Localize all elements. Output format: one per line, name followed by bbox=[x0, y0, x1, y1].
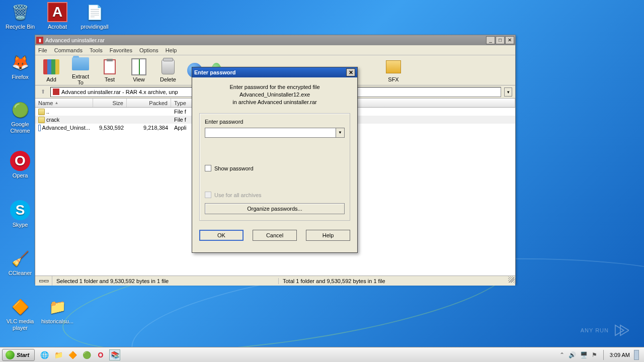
system-tray: ⌃ 🔊 🖥️ ⚑ 3:09 AM bbox=[559, 350, 642, 360]
dialog-close-button[interactable]: ✕ bbox=[346, 68, 355, 76]
book-icon bbox=[130, 58, 147, 75]
password-label: Enter password bbox=[205, 119, 345, 125]
winrar-icon: ▮ bbox=[36, 37, 43, 44]
desktop-icon-recycle-bin[interactable]: 🗑️Recycle Bin bbox=[2, 2, 38, 30]
toolbar-extract-to-button[interactable]: Extract To bbox=[68, 55, 93, 85]
desktop-icon-opera[interactable]: OOpera bbox=[2, 151, 38, 179]
address-dropdown[interactable]: ▾ bbox=[504, 87, 512, 97]
menu-commands[interactable]: Commands bbox=[54, 47, 83, 53]
status-bar: ▭▭ Selected 1 folder and 9,530,592 bytes… bbox=[35, 276, 515, 286]
dialog-title: Enter password bbox=[194, 69, 346, 75]
toolbar-view-button[interactable]: View bbox=[127, 58, 151, 82]
taskbar-clock[interactable]: 3:09 AM bbox=[610, 352, 630, 358]
desktop-icon-ccleaner[interactable]: 🧹CCleaner bbox=[2, 248, 38, 277]
status-total: Total 1 folder and 9,530,592 bytes in 1 … bbox=[279, 278, 515, 284]
toolbar-delete-button[interactable]: Delete bbox=[156, 58, 180, 82]
toolbar-test-button[interactable]: Test bbox=[98, 58, 122, 82]
maximize-button[interactable]: □ bbox=[496, 36, 505, 44]
menu-tools[interactable]: Tools bbox=[90, 47, 103, 53]
dialog-message: Enter password for the encrypted file Ad… bbox=[192, 77, 357, 110]
password-input[interactable] bbox=[205, 128, 336, 138]
start-button[interactable]: Start bbox=[2, 349, 35, 361]
books-icon bbox=[43, 58, 60, 75]
menu-file[interactable]: File bbox=[38, 47, 47, 53]
address-text: Advanced uninstaller.rar - RAR 4.x archi… bbox=[61, 89, 178, 95]
taskbar-opera-icon[interactable]: O bbox=[95, 349, 106, 360]
col-name[interactable]: Name ▲ bbox=[35, 99, 93, 107]
taskbar: Start 🌐 📁 🔶 🟢 O 📚 ⌃ 🔊 🖥️ ⚑ 3:09 AM bbox=[0, 347, 644, 362]
winrar-titlebar[interactable]: ▮ Advanced uninstaller.rar _ □ ✕ bbox=[35, 35, 515, 45]
menu-options[interactable]: Options bbox=[139, 47, 158, 53]
taskbar-explorer-icon[interactable]: 📁 bbox=[53, 349, 64, 360]
tray-flag-icon[interactable]: ⚑ bbox=[592, 351, 597, 358]
tray-network-icon[interactable]: 🖥️ bbox=[580, 351, 588, 358]
desktop-icon-google-chrome[interactable]: 🟢Google Chrome bbox=[2, 100, 38, 134]
up-button[interactable]: ⬆ bbox=[38, 87, 47, 97]
menu-help[interactable]: Help bbox=[166, 47, 177, 53]
ok-button[interactable]: OK bbox=[199, 230, 244, 241]
menu-favorites[interactable]: Favorites bbox=[110, 47, 132, 53]
toolbar-sfx-button[interactable]: SFX bbox=[381, 58, 406, 82]
help-button[interactable]: Help bbox=[306, 230, 350, 241]
toolbar-add-button[interactable]: Add bbox=[39, 58, 63, 82]
password-group: Enter password ▼ Show password Use for a… bbox=[199, 113, 350, 221]
folder-icon bbox=[72, 55, 89, 72]
taskbar-winrar-task[interactable]: 📚 bbox=[109, 349, 120, 360]
taskbar-ie-icon[interactable]: 🌐 bbox=[39, 349, 50, 360]
sfx-icon bbox=[385, 58, 402, 75]
status-selected: Selected 1 folder and 9,530,592 bytes in… bbox=[52, 278, 279, 284]
desktop-icon-firefox[interactable]: 🦊Firefox bbox=[2, 52, 38, 80]
show-desktop-button[interactable] bbox=[634, 350, 639, 360]
clipboard-icon bbox=[101, 58, 118, 75]
winrar-title: Advanced uninstaller.rar bbox=[45, 37, 486, 43]
trash-icon bbox=[159, 58, 177, 75]
password-dialog: Enter password ✕ Enter password for the … bbox=[192, 67, 358, 253]
col-packed[interactable]: Packed bbox=[127, 99, 171, 107]
show-password-checkbox[interactable]: Show password bbox=[205, 165, 345, 171]
desktop-icon-skype[interactable]: SSkype bbox=[2, 200, 38, 228]
col-size[interactable]: Size bbox=[93, 99, 127, 107]
taskbar-chrome-icon[interactable]: 🟢 bbox=[81, 349, 92, 360]
close-button[interactable]: ✕ bbox=[505, 36, 514, 44]
password-history-dropdown[interactable]: ▼ bbox=[336, 128, 345, 138]
resize-grip[interactable] bbox=[508, 277, 514, 283]
minimize-button[interactable]: _ bbox=[486, 36, 495, 44]
desktop-icon-acrobat[interactable]: AAcrobat bbox=[39, 2, 75, 30]
status-icon: ▭▭ bbox=[35, 276, 52, 286]
tray-expand-icon[interactable]: ⌃ bbox=[559, 351, 565, 358]
use-all-checkbox: Use for all archives bbox=[205, 192, 345, 198]
start-orb-icon bbox=[6, 350, 15, 359]
desktop-icon-historicalsu-[interactable]: 📁historicalsu... bbox=[39, 297, 75, 325]
cancel-button[interactable]: Cancel bbox=[253, 230, 297, 241]
dialog-titlebar[interactable]: Enter password ✕ bbox=[192, 67, 357, 77]
desktop-icon-vlc-media-player[interactable]: 🔶VLC media player bbox=[2, 297, 38, 331]
menubar: FileCommandsToolsFavoritesOptionsHelp bbox=[35, 45, 515, 55]
desktop-icon-providingall[interactable]: 📄providingall bbox=[76, 2, 113, 30]
taskbar-vlc-icon[interactable]: 🔶 bbox=[67, 349, 78, 360]
watermark: ANY RUN bbox=[581, 322, 629, 339]
organize-passwords-button[interactable]: Organize passwords... bbox=[205, 203, 345, 214]
tray-volume-icon[interactable]: 🔊 bbox=[569, 351, 576, 358]
